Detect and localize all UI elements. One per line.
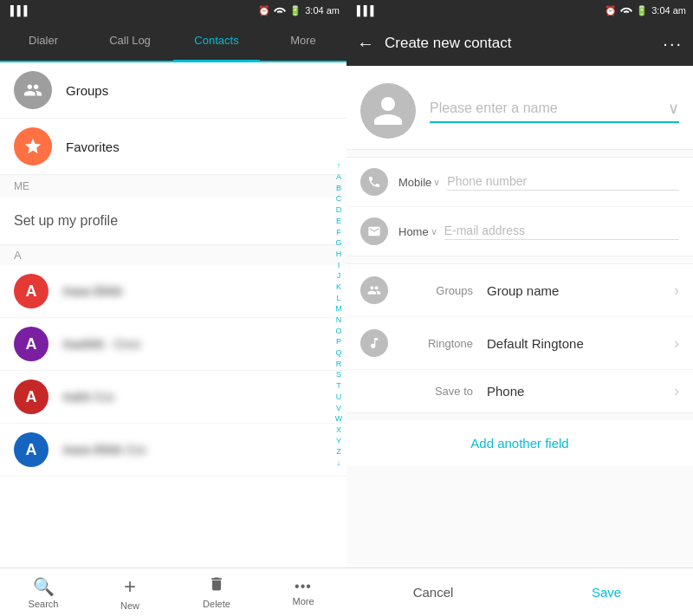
contact-name-text-2: Aaabbb · Cccc bbox=[62, 337, 141, 351]
contact-avatar-3: A bbox=[14, 379, 49, 414]
new-button[interactable]: + New bbox=[87, 574, 173, 611]
favorites-item[interactable]: Favorites bbox=[0, 119, 346, 175]
new-icon: + bbox=[124, 574, 136, 599]
contacts-list-area: Groups Favorites ME Set up my profile A … bbox=[0, 62, 346, 567]
alpha-i[interactable]: I bbox=[338, 261, 340, 271]
nav-contacts[interactable]: Contacts bbox=[173, 22, 260, 62]
alpha-k[interactable]: K bbox=[336, 282, 341, 293]
nav-dialer[interactable]: Dialer bbox=[0, 21, 87, 61]
contact-item-3[interactable]: A Aabb Ccc bbox=[0, 371, 346, 424]
alpha-g[interactable]: G bbox=[335, 238, 341, 249]
groups-row[interactable]: Groups Group name › bbox=[346, 264, 693, 317]
alpha-w[interactable]: W bbox=[335, 414, 343, 425]
contact-name-text-1: Aaaa Bbbb bbox=[62, 284, 122, 298]
alpha-t[interactable]: T bbox=[336, 381, 341, 392]
groups-row-icon bbox=[360, 276, 388, 304]
search-label: Search bbox=[29, 599, 59, 609]
bottom-toolbar: 🔍 Search + New Delete ••• More bbox=[0, 567, 346, 616]
favorites-icon bbox=[14, 127, 52, 165]
alpha-z[interactable]: Z bbox=[336, 447, 341, 457]
delete-label: Delete bbox=[203, 599, 230, 609]
groups-item[interactable]: Groups bbox=[0, 62, 346, 119]
email-field-content: Home ∨ bbox=[398, 224, 679, 240]
cancel-button[interactable]: Cancel bbox=[346, 571, 520, 613]
alpha-y[interactable]: Y bbox=[336, 437, 341, 447]
email-row: Home ∨ bbox=[346, 207, 693, 256]
alpha-p[interactable]: P bbox=[336, 337, 341, 347]
delete-icon bbox=[208, 575, 225, 597]
alpha-e[interactable]: E bbox=[336, 217, 341, 227]
saveto-row[interactable]: Save to Phone › bbox=[346, 370, 693, 412]
phone-type-text: Mobile bbox=[398, 176, 431, 189]
right-panel: ▐▐▐ ⏰ 🔋 3:04 am ← Create new contact ···… bbox=[346, 0, 693, 616]
alpha-v[interactable]: V bbox=[336, 404, 341, 414]
email-type-label[interactable]: Home ∨ bbox=[398, 225, 437, 238]
right-signal: ▐▐▐ bbox=[353, 5, 373, 16]
search-icon: 🔍 bbox=[33, 576, 55, 597]
contact-name-2: Aaabbb · Cccc bbox=[62, 337, 141, 351]
contact-avatar-4: A bbox=[14, 432, 49, 467]
saveto-row-label: Save to bbox=[395, 385, 473, 398]
alpha-n[interactable]: N bbox=[336, 315, 342, 326]
signal-icon: ▐▐▐ bbox=[7, 5, 27, 16]
favorites-label: Favorites bbox=[66, 139, 120, 154]
avatar-name-section: ∨ bbox=[346, 66, 693, 150]
ringtone-row-value: Default Ringtone bbox=[487, 336, 674, 351]
alpha-b[interactable]: B bbox=[336, 184, 341, 194]
email-input[interactable] bbox=[444, 224, 679, 240]
alpha-o[interactable]: O bbox=[335, 327, 341, 337]
time-display: 3:04 am bbox=[305, 5, 340, 16]
name-chevron-icon[interactable]: ∨ bbox=[668, 99, 679, 118]
phone-input[interactable] bbox=[447, 174, 679, 191]
ringtone-row[interactable]: Ringtone Default Ringtone › bbox=[346, 317, 693, 370]
contact-item-1[interactable]: A Aaaa Bbbb bbox=[0, 265, 346, 318]
alpha-down[interactable]: ↓ bbox=[337, 458, 341, 469]
groups-chevron-icon: › bbox=[674, 282, 679, 300]
top-navigation: Dialer Call Log Contacts More bbox=[0, 21, 346, 62]
alpha-r[interactable]: R bbox=[336, 360, 342, 370]
left-status-signal: ▐▐▐ bbox=[7, 5, 27, 16]
contact-name-4: Aaaa Bbbb Ccc bbox=[62, 443, 146, 457]
left-status-time: ⏰ 🔋 3:04 am bbox=[258, 5, 340, 16]
alpha-f[interactable]: F bbox=[336, 228, 341, 238]
right-time-display: 3:04 am bbox=[651, 5, 686, 16]
nav-calllog[interactable]: Call Log bbox=[87, 21, 173, 61]
alpha-m[interactable]: M bbox=[335, 304, 342, 314]
alpha-a[interactable]: A bbox=[336, 172, 341, 183]
alpha-u[interactable]: U bbox=[336, 392, 342, 403]
create-contact-form: ∨ Mobile ∨ bbox=[346, 66, 693, 567]
phone-type-label[interactable]: Mobile ∨ bbox=[398, 176, 440, 189]
alpha-x[interactable]: X bbox=[336, 425, 341, 436]
right-status-bar: ▐▐▐ ⏰ 🔋 3:04 am bbox=[346, 0, 693, 21]
add-field-button[interactable]: Add another field bbox=[346, 420, 693, 466]
groups-row-value: Group name bbox=[487, 283, 674, 298]
header-more-button[interactable]: ··· bbox=[663, 34, 683, 54]
alpha-l[interactable]: L bbox=[336, 294, 340, 304]
avatar-placeholder[interactable] bbox=[360, 83, 416, 139]
contact-name-1: Aaaa Bbbb bbox=[62, 284, 122, 298]
contact-item-4[interactable]: A Aaaa Bbbb Ccc bbox=[0, 424, 346, 477]
delete-button[interactable]: Delete bbox=[173, 575, 260, 609]
back-button[interactable]: ← bbox=[357, 34, 374, 54]
alarm-icon: ⏰ bbox=[258, 5, 270, 16]
name-input[interactable] bbox=[430, 101, 668, 116]
alpha-d[interactable]: D bbox=[336, 205, 342, 216]
search-button[interactable]: 🔍 Search bbox=[0, 576, 87, 609]
more-tool-button[interactable]: ••• More bbox=[260, 579, 346, 606]
ringtone-row-label: Ringtone bbox=[395, 337, 473, 350]
create-contact-title: Create new contact bbox=[385, 35, 652, 52]
more-tool-label: More bbox=[292, 596, 314, 606]
contact-name-text-4: Aaaa Bbbb Ccc bbox=[62, 443, 146, 457]
alpha-s[interactable]: S bbox=[336, 370, 341, 380]
ringtone-row-icon bbox=[360, 329, 388, 357]
alpha-h[interactable]: H bbox=[336, 250, 342, 260]
alpha-c[interactable]: C bbox=[336, 194, 342, 204]
alpha-j[interactable]: J bbox=[337, 271, 341, 282]
save-button[interactable]: Save bbox=[520, 571, 693, 613]
nav-more[interactable]: More bbox=[260, 21, 346, 61]
alpha-up[interactable]: ↑ bbox=[337, 161, 341, 172]
contact-item-2[interactable]: A Aaabbb · Cccc bbox=[0, 318, 346, 371]
phone-field-content: Mobile ∨ bbox=[398, 174, 679, 191]
alpha-q[interactable]: Q bbox=[335, 348, 341, 359]
setup-profile-item[interactable]: Set up my profile bbox=[0, 198, 346, 245]
